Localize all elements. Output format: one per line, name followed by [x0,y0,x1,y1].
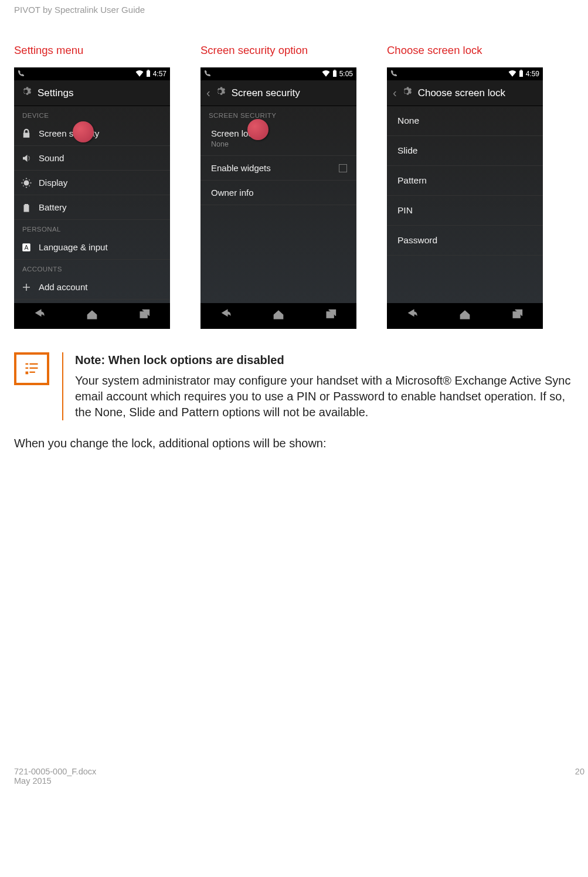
note-body: Note: When lock options are disabled You… [62,352,584,420]
wifi-icon [135,70,144,79]
page-footer: 721-0005-000_F.docx May 2015 20 [14,767,588,786]
recents-button[interactable] [137,309,151,323]
nav-bar [14,303,170,329]
item-label: PIN [397,205,413,215]
wifi-icon [322,70,330,79]
recents-button[interactable] [324,309,338,323]
title-bar: Settings [14,80,170,106]
paragraph: When you change the lock, additional opt… [14,437,588,450]
section-accounts: ACCOUNTS [14,260,170,275]
footer-date: May 2015 [14,776,96,786]
settings-icon [214,86,226,100]
item-enable-widgets[interactable]: Enable widgets [200,156,356,181]
svg-rect-15 [26,372,29,375]
item-label: Add account [39,282,87,292]
svg-rect-5 [333,70,337,77]
touch-indicator [247,119,268,140]
recents-button[interactable] [510,309,524,323]
settings-icon [400,86,412,100]
title-bar[interactable]: ‹ Screen security [200,80,356,106]
option-slide[interactable]: Slide [387,136,543,166]
option-pattern[interactable]: Pattern [387,166,543,196]
battery-icon [21,202,32,213]
section-personal: PERSONAL [14,220,170,235]
item-label: Owner info [211,188,254,198]
svg-rect-12 [30,363,38,365]
language-icon: A [21,242,32,253]
item-label: Sound [39,153,64,163]
item-display[interactable]: Display [14,171,170,195]
status-bar: 4:59 [387,67,543,80]
security-list: SCREEN SECURITY Screen lock None Enable … [200,106,356,303]
item-owner-info[interactable]: Owner info [200,181,356,205]
clock: 4:57 [153,70,166,78]
section-device: DEVICE [14,106,170,121]
item-label: None [397,115,419,125]
back-chevron-icon: ‹ [206,86,210,100]
captions-row: Settings menu Screen security option Cho… [14,44,588,57]
item-label: Language & input [39,242,108,252]
option-pin[interactable]: PIN [387,196,543,226]
caption-choose: Choose screen lock [387,44,543,57]
title-bar[interactable]: ‹ Choose screen lock [387,80,543,106]
item-battery[interactable]: Battery [14,195,170,220]
footer-filename: 721-0005-000_F.docx [14,767,96,776]
lock-options-list: None Slide Pattern PIN Password [387,106,543,303]
battery-icon [332,70,337,79]
item-add-account[interactable]: Add account [14,275,170,300]
touch-indicator [73,121,94,142]
phone-status-icon [18,70,25,79]
back-button[interactable] [406,309,420,323]
svg-rect-1 [147,70,149,71]
item-screen-lock[interactable]: Screen lock None [200,121,356,156]
item-label: Enable widgets [211,163,271,173]
plus-icon [21,282,32,293]
svg-rect-16 [30,372,35,373]
settings-icon [20,86,32,100]
caption-settings: Settings menu [14,44,170,57]
note-text: Your system administrator may configure … [75,373,584,420]
nav-bar [387,303,543,329]
screen-title: Choose screen lock [418,87,505,99]
home-button[interactable] [85,309,99,323]
svg-text:A: A [24,243,28,250]
note-icon [14,352,49,385]
svg-rect-8 [519,70,523,77]
screen-title: Settings [38,87,73,99]
option-password[interactable]: Password [387,226,543,256]
home-button[interactable] [271,309,285,323]
document-header: PIVOT by Spectralink User Guide [14,5,588,15]
item-label: Password [397,235,437,245]
lock-icon [21,128,32,139]
screenshot-choose-lock: 4:59 ‹ Choose screen lock None Slide Pat… [387,67,543,329]
svg-rect-0 [147,70,150,77]
phone-status-icon [204,70,211,79]
back-button[interactable] [219,309,233,323]
item-label: Pattern [397,175,427,185]
svg-rect-11 [26,363,29,365]
item-sublabel: None [211,140,348,148]
screenshot-settings: 4:57 Settings DEVICE Screen security Sou… [14,67,170,329]
caption-security: Screen security option [200,44,356,57]
clock: 5:05 [339,70,353,78]
svg-rect-13 [26,368,29,369]
home-button[interactable] [458,309,472,323]
status-bar: 5:05 [200,67,356,80]
status-bar: 4:57 [14,67,170,80]
sound-icon [21,153,32,164]
battery-icon [519,70,524,79]
item-sound[interactable]: Sound [14,146,170,171]
clock: 4:59 [526,70,539,78]
phone-status-icon [390,70,397,79]
page-number: 20 [575,767,584,786]
battery-icon [146,70,151,79]
display-icon [21,178,32,188]
checkbox-unchecked[interactable] [339,164,347,172]
svg-rect-14 [30,368,38,369]
item-language[interactable]: A Language & input [14,235,170,260]
nav-bar [200,303,356,329]
back-button[interactable] [33,309,47,323]
screen-title: Screen security [232,87,300,99]
screenshots-row: 4:57 Settings DEVICE Screen security Sou… [14,67,588,329]
option-none[interactable]: None [387,106,543,136]
